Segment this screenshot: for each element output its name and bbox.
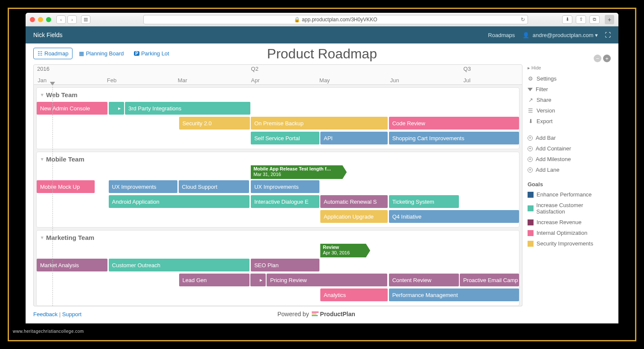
legend-item[interactable]: Security Improvements (528, 238, 611, 249)
quarter-label: Q3 (464, 66, 471, 72)
month-label: Mar (178, 77, 187, 84)
roadmap-bar[interactable]: SEO Plan (251, 259, 319, 271)
roadmap-bar[interactable]: Application Upgrade (320, 210, 388, 223)
zoom-in-button[interactable]: + (603, 55, 611, 62)
sidebar: Hide ⚙SettingsFilter↗Share☰Version⬇Expor… (528, 64, 611, 306)
lane-header[interactable]: ▾Mobile Team (37, 152, 519, 165)
tab-roadmap[interactable]: ☷ Roadmap (33, 48, 73, 59)
lane-header[interactable]: ▾Web Team (37, 88, 519, 101)
month-label: Jun (390, 77, 399, 84)
legend-item[interactable]: Enhance Performance (528, 189, 611, 200)
sidebar-tool-label: Share (537, 97, 551, 103)
close-icon[interactable] (30, 17, 35, 22)
support-link[interactable]: Support (62, 311, 82, 317)
nav-roadmaps[interactable]: Roadmaps (488, 32, 515, 38)
sidebar-tool-export[interactable]: ⬇Export (528, 116, 611, 127)
legend-item[interactable]: Internal Optimization (528, 228, 611, 238)
timeline-year: 2016 (37, 66, 49, 72)
url-text: app.productplan.com/3H0yVKKO (302, 17, 377, 23)
sidebar-button[interactable]: ▥ (81, 15, 90, 24)
legend-item[interactable]: Increase Customer Satisfaction (528, 200, 611, 217)
roadmap-bar[interactable]: Pricing Review (267, 274, 387, 286)
sidebar-hide-toggle[interactable]: Hide (528, 65, 611, 71)
tab-planning-board[interactable]: ▦ Planning Board (75, 48, 128, 59)
roadmap-bar[interactable]: Proactive Email Camp (460, 274, 519, 286)
url-bar[interactable]: 🔒 app.productplan.com/3H0yVKKO ↻ (143, 15, 528, 24)
roadmap-bar[interactable]: ▸ (109, 102, 124, 115)
sidebar-add-add-milestone[interactable]: +Add Milestone (528, 154, 611, 164)
roadmap-bar[interactable]: Shopping Cart Improvements (389, 132, 519, 144)
roadmap-bar[interactable]: Self Service Portal (251, 132, 319, 144)
lane-header[interactable]: ▾Marketing Team (37, 231, 519, 244)
roadmap-bar[interactable]: Automatic Renewal S (320, 195, 388, 208)
milestone[interactable]: ReviewApr 30, 2016 (320, 244, 366, 257)
legend-item[interactable]: Increase Revenue (528, 217, 611, 228)
plus-circle-icon: + (528, 167, 533, 173)
tab-parking-label: Parking Lot (141, 50, 169, 57)
download-button[interactable]: ⬇ (562, 15, 572, 24)
roadmap-icon: ☷ (38, 50, 43, 57)
roadmap-bar[interactable]: Lead Gen (179, 274, 249, 286)
roadmap-bar[interactable]: 3rd Party Integrations (125, 102, 250, 115)
lane-row: Security 2.0On Premise BackupCode Review (37, 116, 519, 131)
goals-heading: Goals (528, 181, 611, 187)
roadmap-bar[interactable]: Performance Management (389, 288, 519, 301)
sidebar-add-label: Add Milestone (536, 156, 571, 162)
sidebar-tool-version[interactable]: ☰Version (528, 105, 611, 116)
plus-circle-icon: + (528, 146, 533, 151)
forward-button[interactable]: › (67, 15, 77, 24)
reload-icon[interactable]: ↻ (521, 17, 525, 23)
roadmap-bar[interactable]: Market Analysis (37, 259, 107, 271)
milestone-date: Apr 30, 2016 (323, 250, 362, 256)
user-menu[interactable]: 👤 andre@productplan.com ▾ (522, 32, 598, 38)
roadmap-bar[interactable]: Q4 Initiative (389, 210, 519, 223)
sidebar-add-add-lane[interactable]: +Add Lane (528, 164, 611, 175)
back-button[interactable]: ‹ (56, 15, 66, 24)
sidebar-tool-filter[interactable]: Filter (528, 84, 611, 95)
chevron-down-icon: ▾ (41, 235, 44, 240)
sidebar-tool-settings[interactable]: ⚙Settings (528, 73, 611, 84)
maximize-icon[interactable] (46, 17, 51, 22)
roadmap-bar[interactable]: Cloud Support (179, 180, 249, 193)
milestone-title: Mobile App Release Test length f… (253, 166, 338, 172)
share-button[interactable]: ⇪ (576, 15, 586, 24)
roadmap-bar[interactable]: New Admin Console (37, 102, 107, 115)
roadmap-bar[interactable]: Customer Outreach (109, 259, 249, 271)
milestone-date: Mar 31, 2016 (253, 172, 338, 177)
chevron-down-icon: ▾ (41, 156, 44, 162)
lane-row: Application UpgradeQ4 Initiative (37, 210, 519, 224)
tab-parking-lot[interactable]: P Parking Lot (130, 48, 173, 59)
roadmap-bar[interactable]: Content Review (389, 274, 459, 286)
export-icon: ⬇ (528, 118, 534, 124)
roadmap-bar[interactable]: UX Improvements (251, 180, 319, 193)
zoom-out-button[interactable]: − (594, 55, 601, 62)
lane-row: Self Service PortalAPIShopping Cart Impr… (37, 131, 519, 146)
plus-circle-icon: + (528, 157, 533, 162)
new-tab-button[interactable]: + (605, 15, 614, 24)
feedback-link[interactable]: Feedback (33, 311, 58, 317)
parking-icon: P (134, 51, 139, 56)
milestone[interactable]: Mobile App Release Test length f…Mar 31,… (251, 165, 342, 179)
roadmap-bar[interactable]: Mobile Mock Up (37, 180, 95, 193)
roadmap-bar[interactable]: ▸ (250, 274, 266, 286)
sidebar-add-add-container[interactable]: +Add Container (528, 143, 611, 154)
roadmap-bar[interactable]: Android Application (109, 195, 249, 208)
fullscreen-icon[interactable]: ⛶ (605, 32, 611, 38)
powered-by-label: Powered by (277, 311, 309, 317)
roadmap-bar[interactable]: Ticketing System (389, 195, 459, 208)
roadmap-bar[interactable]: Interactive Dialogue E (251, 195, 319, 208)
user-email-label: andre@productplan.com (533, 32, 594, 38)
lane-name-label about-interactable=: Web Team (46, 91, 78, 98)
lane-name-label about-interactable=: Mobile Team (46, 156, 84, 163)
minimize-icon[interactable] (38, 17, 43, 22)
sidebar-tool-share[interactable]: ↗Share (528, 95, 611, 105)
lane-row: New Admin Console▸3rd Party Integrations (37, 101, 519, 116)
sidebar-add-add-bar[interactable]: +Add Bar (528, 133, 611, 143)
roadmap-bar[interactable]: UX Improvements (109, 180, 178, 193)
roadmap-bar[interactable]: Analytics (320, 288, 388, 301)
roadmap-bar[interactable]: Security 2.0 (179, 117, 250, 130)
roadmap-bar[interactable]: API (320, 132, 388, 144)
tabs-button[interactable]: ⧉ (589, 15, 600, 24)
roadmap-bar[interactable]: Code Review (389, 117, 519, 130)
roadmap-bar[interactable]: On Premise Backup (251, 117, 388, 130)
